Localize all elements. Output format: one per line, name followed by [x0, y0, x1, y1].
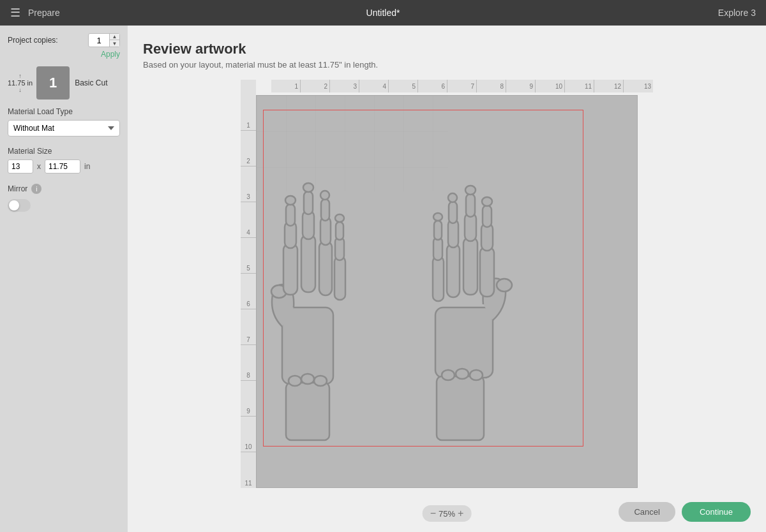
svg-point-28 — [482, 197, 492, 206]
app-header: ☰ Prepare Untitled* Explore 3 — [0, 0, 766, 26]
ruler-left-10: 10 — [241, 417, 256, 452]
ruler-left-11: 11 — [241, 452, 256, 488]
svg-rect-41 — [437, 376, 484, 440]
ruler-left-4: 4 — [241, 202, 256, 238]
zoom-out-button[interactable]: − — [430, 508, 436, 519]
svg-rect-17 — [336, 222, 343, 240]
svg-rect-37 — [433, 256, 444, 301]
zoom-in-button[interactable]: + — [458, 508, 463, 519]
top-ruler: 1 2 3 4 5 6 7 8 9 10 11 12 13 — [271, 80, 653, 92]
ruler-corner — [241, 80, 256, 95]
ruler-top-2: 2 — [301, 80, 330, 92]
material-size-label: ↑ 11.75 in ↓ — [8, 73, 33, 93]
svg-rect-27 — [483, 205, 492, 227]
mirror-toggle[interactable] — [8, 199, 31, 212]
ruler-top-11: 11 — [565, 80, 594, 92]
canvas-wrap: 1 2 3 4 5 6 7 8 9 10 11 12 13 — [143, 80, 751, 522]
material-size-section-label: Material Size — [8, 147, 120, 156]
svg-point-42 — [442, 370, 454, 380]
svg-rect-35 — [449, 202, 457, 223]
ruler-top-row: 1 2 3 4 5 6 7 8 9 10 11 12 13 — [241, 80, 653, 95]
ruler-top-6: 6 — [418, 80, 447, 92]
zoom-level: 75% — [439, 509, 455, 519]
svg-rect-9 — [304, 191, 313, 214]
ruler-top-4: 4 — [359, 80, 389, 92]
material-load-type-label: Material Load Type — [8, 107, 120, 116]
svg-point-18 — [335, 214, 344, 222]
ruler-top-7: 7 — [447, 80, 477, 92]
grid-canvas[interactable] — [256, 95, 638, 488]
svg-rect-38 — [433, 237, 442, 260]
copies-up-button[interactable]: ▲ — [109, 34, 119, 40]
material-number: 1 — [49, 75, 57, 91]
svg-rect-15 — [334, 256, 345, 300]
skeleton-art-svg — [263, 110, 583, 447]
svg-rect-23 — [435, 307, 493, 378]
svg-point-43 — [456, 369, 469, 379]
size-x-separator: x — [37, 162, 41, 171]
ruler-top-1: 1 — [271, 80, 301, 92]
svg-rect-29 — [463, 237, 477, 295]
material-height-input[interactable] — [45, 159, 80, 174]
svg-rect-13 — [321, 199, 329, 221]
ruler-top-13: 13 — [624, 80, 653, 92]
ruler-left-8: 8 — [241, 345, 256, 381]
svg-point-14 — [320, 191, 329, 200]
ruler-left-7: 7 — [241, 309, 256, 345]
main-layout: Project copies: ▲ ▼ Apply ↑ 11.75 in ↓ 1… — [0, 26, 766, 532]
material-height-text: 11.75 in — [8, 79, 33, 87]
arrow-bot-icon: ↓ — [19, 87, 22, 93]
svg-rect-7 — [301, 235, 315, 292]
copies-input[interactable] — [89, 34, 109, 47]
explore-label: Explore 3 — [718, 8, 756, 18]
ruler-left-1: 1 — [241, 95, 256, 131]
svg-rect-31 — [466, 194, 475, 217]
ruler-left-3: 3 — [241, 166, 256, 202]
svg-rect-39 — [434, 221, 442, 240]
ruler-top-9: 9 — [506, 80, 536, 92]
material-name-label: Basic Cut — [75, 78, 107, 87]
svg-point-40 — [433, 213, 442, 221]
ruler-left-9: 9 — [241, 381, 256, 417]
svg-point-10 — [303, 183, 313, 192]
svg-rect-5 — [286, 204, 295, 226]
continue-button[interactable]: Continue — [682, 502, 751, 522]
svg-point-44 — [470, 370, 483, 380]
left-ruler: 1 2 3 4 5 6 7 8 9 10 11 — [241, 95, 256, 488]
menu-icon[interactable]: ☰ — [10, 6, 20, 20]
cancel-button[interactable]: Cancel — [619, 502, 675, 522]
mirror-info-icon[interactable]: i — [31, 184, 41, 194]
canvas-container: 1 2 3 4 5 6 7 8 9 10 11 12 13 — [241, 80, 653, 488]
ruler-top-10: 10 — [536, 80, 565, 92]
svg-point-20 — [289, 376, 301, 386]
footer-bar: Cancel Continue — [619, 502, 751, 522]
ruler-left-5: 5 — [241, 238, 256, 274]
material-width-input[interactable] — [8, 159, 33, 174]
project-copies-label: Project copies: — [8, 36, 58, 45]
copies-arrows: ▲ ▼ — [109, 34, 119, 47]
review-subtitle: Based on your layout, material must be a… — [143, 60, 751, 70]
copies-input-wrap: ▲ ▼ — [88, 33, 120, 47]
material-load-type-select[interactable]: Without Mat With Mat — [8, 120, 120, 137]
material-thumbnail[interactable]: 1 — [36, 66, 70, 100]
content-area: Review artwork Based on your layout, mat… — [128, 26, 766, 532]
apply-button[interactable]: Apply — [8, 50, 120, 59]
svg-rect-11 — [319, 241, 332, 295]
svg-point-6 — [285, 196, 296, 205]
svg-rect-1 — [282, 307, 333, 384]
svg-point-24 — [497, 279, 512, 292]
svg-rect-16 — [335, 237, 344, 260]
review-title: Review artwork — [143, 41, 751, 57]
ruler-left-2: 2 — [241, 131, 256, 166]
svg-rect-25 — [480, 247, 494, 297]
ruler-left-6: 6 — [241, 274, 256, 309]
copies-down-button[interactable]: ▼ — [109, 40, 119, 47]
material-size-row: x in — [8, 159, 120, 174]
ruler-top-5: 5 — [389, 80, 418, 92]
canvas-body: 1 2 3 4 5 6 7 8 9 10 11 — [241, 95, 653, 488]
svg-point-36 — [448, 193, 457, 202]
ruler-top-3: 3 — [330, 80, 359, 92]
zoom-bar: − 75% + — [423, 505, 472, 522]
svg-point-21 — [301, 374, 314, 384]
toggle-knob — [9, 200, 19, 211]
